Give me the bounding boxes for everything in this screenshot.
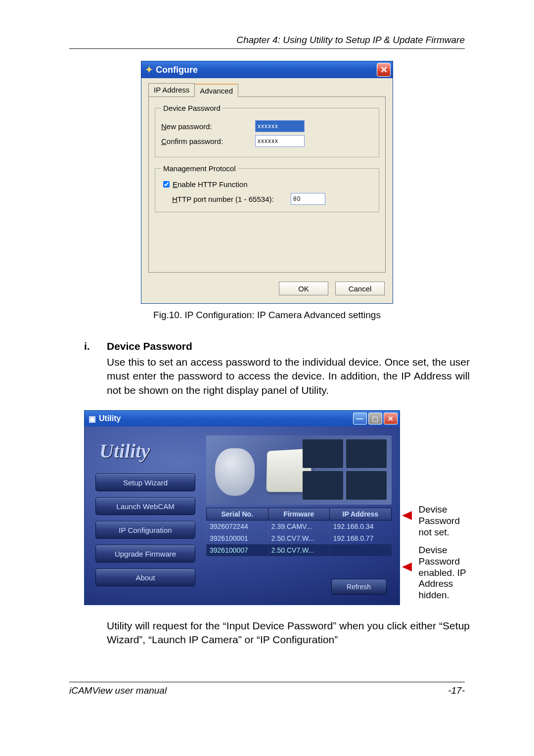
nav-about[interactable]: About: [95, 568, 195, 586]
group-management-protocol-legend: Management Protocol: [161, 164, 238, 173]
close-icon: ✕: [388, 415, 394, 423]
minimize-icon: —: [356, 415, 363, 423]
group-device-password-legend: Device Password: [161, 104, 222, 112]
tab-ip-address[interactable]: IP Address: [148, 83, 195, 96]
ok-button[interactable]: OK: [279, 282, 328, 295]
utility-titlebar: ▣ Utility — ▢ ✕: [85, 411, 400, 426]
cell-firmware: 2.39.CAMV...: [268, 520, 330, 532]
utility-sidebar: Utility Setup Wizard Launch WebCAM IP Co…: [90, 433, 204, 598]
preview-thumb: [346, 439, 387, 468]
maximize-button: ▢: [368, 413, 382, 425]
cell-serial: 3926100007: [206, 544, 268, 556]
tab-panel-advanced: Device Password NNew password:ew passwor…: [148, 96, 386, 273]
nav-launch-webcam[interactable]: Launch WebCAM: [95, 497, 195, 515]
configure-dialog-figure: ✦ Configure ✕ IP Address Advanced Device…: [141, 61, 393, 304]
utility-title-text: Utility: [99, 414, 121, 423]
col-serial[interactable]: Serial No.: [206, 508, 268, 520]
nav-setup-wizard[interactable]: Setup Wizard: [95, 473, 195, 491]
callout-password-not-set: Devise Password not set.: [419, 504, 475, 538]
cell-firmware: 2.50.CV7.W...: [268, 532, 330, 544]
http-port-input[interactable]: [291, 193, 325, 205]
section-title: Device Password: [107, 340, 192, 352]
section-body: Use this to set an access password to th…: [107, 355, 470, 397]
minimize-button[interactable]: —: [353, 413, 367, 425]
arrow-icon: [402, 511, 412, 520]
nav-ip-configuration[interactable]: IP Configuration: [95, 521, 195, 539]
close-icon: ✕: [380, 64, 388, 75]
new-password-label: NNew password:ew password:: [161, 122, 255, 131]
close-button[interactable]: ✕: [384, 413, 398, 425]
cell-serial: 3926072244: [206, 520, 268, 532]
table-row[interactable]: 3926100001 2.50.CV7.W... 192.168.0.77: [206, 532, 392, 544]
wrench-icon: ✦: [145, 64, 153, 75]
cell-ip: 192.168.0.77: [330, 532, 392, 544]
enable-http-label: Enable HTTP FunctionEnable HTTP Function: [173, 180, 247, 189]
confirm-password-label: Confirm password:Confirm password:: [161, 137, 255, 145]
page-footer: iCAMView user manual -17-: [69, 682, 465, 696]
arrow-icon: [402, 563, 412, 571]
tab-advanced[interactable]: Advanced: [194, 84, 238, 97]
preview-thumb: [346, 471, 387, 500]
cell-firmware: 2.50.CV7.W...: [268, 544, 330, 556]
section-i: i. Device Password Use this to set an ac…: [84, 340, 470, 397]
section-number: i.: [84, 340, 107, 352]
confirm-password-input[interactable]: [255, 135, 305, 147]
chapter-header: Chapter 4: Using Utility to Setup IP & U…: [69, 35, 465, 49]
dialog-title-text: Configure: [156, 65, 198, 75]
group-device-password: Device Password NNew password:ew passwor…: [155, 104, 379, 157]
maximize-icon: ▢: [372, 415, 378, 423]
camera-illustration: [215, 448, 255, 496]
http-port-label: HTTP port number (1 - 65534):HTTP port n…: [172, 195, 291, 203]
enable-http-checkbox[interactable]: [163, 181, 170, 188]
callouts: Devise Password not set. Devise Password…: [405, 410, 475, 604]
nav-upgrade-firmware[interactable]: Upgrade Firmware: [95, 545, 195, 563]
cell-ip: [330, 544, 392, 556]
app-icon: ▣: [89, 414, 96, 424]
figure-10-caption: Fig.10. IP Configuration: IP Camera Adva…: [59, 310, 475, 321]
callout-password-enabled: Devise Password enabled. IP Address hidd…: [419, 545, 475, 601]
new-password-input[interactable]: [255, 120, 305, 132]
col-firmware[interactable]: Firmware: [268, 508, 330, 520]
closing-paragraph: Utility will request for the “Input Devi…: [107, 619, 470, 647]
utility-main: Serial No. Firmware IP Address 392607224…: [204, 433, 394, 598]
close-button[interactable]: ✕: [377, 63, 391, 77]
cancel-button[interactable]: Cancel: [335, 282, 385, 295]
table-header: Serial No. Firmware IP Address: [206, 508, 392, 520]
tab-strip: IP Address Advanced: [148, 83, 386, 96]
footer-left: iCAMView user manual: [69, 685, 167, 696]
device-table: Serial No. Firmware IP Address 392607224…: [206, 508, 392, 556]
group-management-protocol: Management Protocol Enable HTTP Function…: [155, 164, 379, 212]
utility-figure: ▣ Utility — ▢ ✕ Utility Setup Wizard Lau…: [84, 410, 475, 605]
utility-window: ▣ Utility — ▢ ✕ Utility Setup Wizard Lau…: [84, 410, 400, 605]
table-row[interactable]: 3926100007 2.50.CV7.W...: [206, 544, 392, 556]
cell-ip: 192.168.0.34: [330, 520, 392, 532]
cell-serial: 3926100001: [206, 532, 268, 544]
footer-right: -17-: [448, 685, 465, 696]
document-page: Chapter 4: Using Utility to Setup IP & U…: [0, 0, 534, 716]
brand-logo: Utility: [99, 439, 204, 463]
configure-dialog: ✦ Configure ✕ IP Address Advanced Device…: [141, 61, 393, 304]
dialog-titlebar: ✦ Configure ✕: [141, 61, 393, 78]
refresh-button[interactable]: Refresh: [331, 579, 387, 595]
preview-thumb: [303, 439, 343, 468]
preview-banner: [206, 435, 392, 505]
table-row[interactable]: 3926072244 2.39.CAMV... 192.168.0.34: [206, 520, 392, 532]
preview-thumb: [303, 471, 343, 500]
col-ip[interactable]: IP Address: [329, 508, 392, 520]
